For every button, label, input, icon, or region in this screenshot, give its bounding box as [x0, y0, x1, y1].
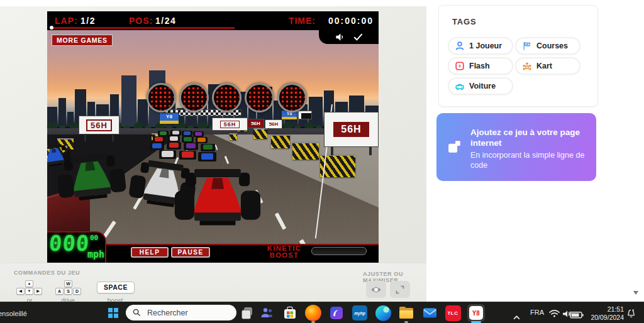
embed-card-title: Ajoutez ce jeu à votre page internet — [470, 127, 589, 148]
race-car-green — [53, 150, 129, 208]
start-light — [212, 83, 242, 112]
flash-icon — [455, 61, 465, 71]
myhp-icon: myhp — [352, 305, 367, 320]
taskbar-app-explorer[interactable] — [397, 304, 415, 322]
d-key: D — [73, 288, 81, 295]
arrow-up-key: ▲ — [25, 280, 33, 287]
hazard-barrier — [271, 134, 290, 148]
distant-car — [167, 142, 181, 150]
tray-language[interactable]: FRA — [530, 309, 544, 316]
tag-kart[interactable]: Kart — [515, 57, 580, 75]
taskbar-search[interactable] — [126, 305, 236, 320]
game-controls-strip: COMMANDES DU JEU ▲ ◀ ▼ ▶ or W A S D driv… — [0, 263, 426, 302]
tag-courses[interactable]: Courses — [515, 37, 580, 55]
distant-car — [158, 131, 169, 136]
maximize-button[interactable] — [390, 281, 410, 298]
notification-bell-icon[interactable]: z — [626, 308, 636, 321]
adjust-icon — [374, 287, 378, 292]
wifi-icon[interactable] — [548, 309, 560, 320]
space-key: SPACE — [97, 282, 135, 293]
taskbar-app-firefox[interactable] — [304, 304, 322, 322]
taskbar-app-y8[interactable]: Y8 — [467, 304, 485, 322]
windows-logo-icon — [108, 308, 113, 312]
kinetic-boost-meter — [311, 247, 367, 255]
start-light — [179, 83, 209, 112]
distant-car — [198, 152, 216, 162]
microsoft-store-icon — [282, 305, 297, 320]
y8-icon: Y8 — [469, 306, 483, 320]
kart-icon — [522, 61, 532, 71]
help-button[interactable]: HELP — [131, 247, 169, 258]
quality-check-icon[interactable] — [353, 33, 363, 41]
embed-game-card[interactable]: Ajoutez ce jeu à votre page internet En … — [436, 113, 596, 181]
distant-car — [182, 131, 192, 136]
tag-flash[interactable]: Flash — [448, 57, 513, 75]
tag-1-joueur[interactable]: 1 Joueur — [448, 37, 513, 55]
start-button[interactable] — [108, 308, 118, 318]
task-view-button[interactable] — [242, 307, 253, 319]
kinetic-boost-label: KINETIC BOOST — [260, 245, 309, 259]
arrow-right-key: ▶ — [34, 288, 42, 295]
tray-time: 21:51 — [580, 305, 624, 314]
embed-icon — [447, 138, 464, 158]
start-light — [277, 83, 307, 112]
edge-icon — [375, 305, 391, 321]
distant-car — [179, 151, 196, 160]
speaker-icon[interactable] — [335, 33, 345, 41]
hazard-barrier — [292, 142, 319, 160]
start-light — [245, 83, 274, 112]
speed-value: 000 — [48, 233, 91, 254]
right-panel: TAGS 1 Joueur Courses Flash Kart — [426, 0, 644, 302]
teams-icon — [259, 307, 274, 319]
taskbar-app-tlc[interactable]: TLC — [444, 304, 462, 322]
mail-icon — [423, 307, 437, 319]
search-icon — [133, 309, 141, 317]
controls-title: COMMANDES DU JEU — [14, 270, 80, 276]
tags-list: 1 Joueur Courses Flash Kart Voitur — [448, 37, 580, 95]
firefox-icon — [305, 305, 321, 321]
more-games-button[interactable]: MORE GAMES — [52, 35, 113, 46]
tray-date: 20/09/2024 — [580, 314, 624, 322]
distant-car — [159, 150, 176, 159]
file-explorer-icon — [399, 307, 414, 320]
taskbar-apps: myhp TLCY8 — [258, 304, 485, 322]
taskbar-weather[interactable]: ensoleillé — [0, 310, 27, 317]
sound-controls — [319, 30, 379, 44]
microsoft-365-icon — [329, 305, 344, 320]
w-key: W — [64, 280, 72, 287]
speed-decimal: 00 — [90, 234, 98, 242]
lap-progress-bar — [52, 27, 235, 29]
billboard-56h: 56H — [247, 119, 264, 128]
tags-card: TAGS 1 Joueur Courses Flash Kart — [438, 5, 598, 107]
taskbar-app-myhp[interactable]: myhp — [351, 304, 369, 322]
taskbar-app-teams[interactable] — [258, 304, 275, 322]
speed-unit: mph — [87, 249, 104, 260]
arrow-down-key: ▼ — [25, 288, 33, 295]
tags-title: TAGS — [452, 17, 476, 26]
race-car-red — [173, 167, 262, 233]
billboard-56h: 56H — [265, 119, 282, 129]
tray-chevron-up-icon[interactable] — [513, 311, 520, 322]
taskbar-app-store[interactable] — [281, 304, 299, 322]
taskbar-app-edge[interactable] — [374, 304, 392, 322]
desktop-screen: TAGS 1 Joueur Courses Flash Kart — [0, 0, 644, 323]
tray-clock[interactable]: 21:51 20/09/2024 — [580, 305, 624, 321]
search-input[interactable] — [146, 308, 230, 318]
billboard-56h-large: 56H — [324, 112, 379, 147]
billboard-56h: 56H — [212, 118, 248, 131]
adjust-size-button[interactable] — [366, 281, 386, 298]
taskbar-app-mail[interactable] — [421, 304, 438, 322]
scroll-hint-icon — [633, 291, 638, 295]
game-canvas[interactable]: 56H 56H Y8 56H 56H Y8 56H — [47, 11, 379, 263]
tag-voiture[interactable]: Voiture — [448, 77, 513, 95]
distant-car — [150, 143, 164, 150]
time-label: TIME: — [289, 16, 316, 26]
pause-button[interactable]: PAUSE — [171, 247, 210, 258]
distant-car — [168, 136, 180, 142]
lap-value: 1/2 — [80, 16, 96, 26]
s-key: S — [64, 288, 72, 295]
billboard-56h: 56H — [79, 116, 119, 134]
taskbar-app-m365[interactable] — [328, 304, 345, 322]
distant-car — [182, 136, 194, 143]
start-light — [147, 83, 176, 112]
